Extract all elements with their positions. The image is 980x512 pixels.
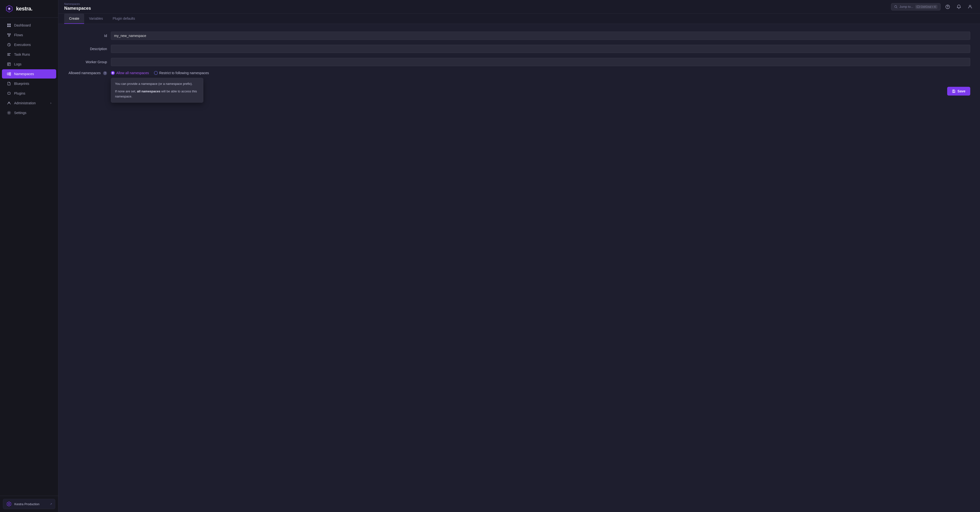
svg-marker-17	[8, 503, 10, 505]
flows-icon	[7, 33, 11, 37]
header-left: Namespaces Namespaces	[64, 2, 91, 11]
svg-rect-11	[7, 73, 9, 75]
search-icon	[894, 5, 897, 8]
page-title: Namespaces	[64, 6, 91, 11]
description-input[interactable]	[111, 45, 970, 53]
tab-create[interactable]: Create	[64, 14, 84, 24]
sidebar-item-blueprints[interactable]: Blueprints	[2, 79, 56, 88]
keyboard-icon	[917, 5, 920, 8]
sidebar-item-executions[interactable]: Executions	[2, 40, 56, 49]
allowed-namespaces-label: Allowed namespaces ?	[68, 71, 107, 75]
svg-rect-23	[953, 90, 954, 91]
tenant-logo-icon	[6, 501, 12, 507]
sidebar-item-task-runs[interactable]: Task Runs	[2, 50, 56, 59]
svg-point-2	[8, 8, 10, 10]
help-circle-icon	[945, 5, 950, 9]
form-area: Id Description Worker Group Allowed name…	[58, 24, 980, 85]
sidebar-item-logs[interactable]: Logs	[2, 60, 56, 69]
dashboard-icon	[7, 23, 11, 27]
executions-label: Executions	[14, 43, 31, 47]
search-bar[interactable]: Jump to... Ctrl/Cmd + K	[891, 3, 940, 10]
plugins-icon	[7, 91, 11, 95]
description-label: Description	[68, 47, 107, 51]
user-button[interactable]	[966, 3, 974, 11]
svg-point-22	[969, 5, 971, 7]
administration-chevron-icon: ›	[50, 102, 51, 105]
tooltip-line2: If none are set, all namespaces will be …	[115, 89, 199, 99]
executions-icon	[7, 43, 11, 47]
tabs-bar: Create Variables Plugin defaults	[58, 14, 980, 24]
sidebar-item-plugins[interactable]: Plugins	[2, 89, 56, 98]
sidebar-item-flows[interactable]: Flows	[2, 30, 56, 40]
tab-plugin-defaults[interactable]: Plugin defaults	[108, 14, 140, 24]
svg-rect-4	[9, 24, 11, 25]
task-runs-label: Task Runs	[14, 52, 30, 56]
search-shortcut: Ctrl/Cmd + K	[915, 5, 937, 9]
administration-icon	[7, 101, 11, 105]
save-icon	[952, 89, 955, 93]
namespaces-icon	[7, 72, 11, 76]
kestra-logo-icon	[5, 5, 14, 13]
radio-allow-all-label: Allow all namespaces	[116, 71, 149, 75]
tab-variables[interactable]: Variables	[84, 14, 108, 24]
radio-restrict-label: Restrict to following namespaces	[159, 71, 209, 75]
sidebar-item-administration[interactable]: Administration ›	[2, 99, 56, 108]
search-placeholder: Jump to...	[899, 5, 913, 8]
breadcrumb: Namespaces	[64, 2, 91, 5]
svg-rect-10	[7, 55, 10, 56]
user-icon	[968, 5, 972, 9]
help-tooltip-icon[interactable]: ?	[103, 71, 107, 75]
sidebar-nav: Dashboard Flows Executions Task Runs Log	[0, 18, 58, 496]
plugins-label: Plugins	[14, 91, 25, 95]
page-header: Namespaces Namespaces Jump to... Ctrl/Cm…	[58, 0, 980, 14]
svg-point-15	[8, 112, 10, 113]
worker-group-label: Worker Group	[68, 60, 107, 64]
sidebar-footer: Kestra Production ↗	[0, 496, 58, 512]
sidebar: kestra. Dashboard Flows Executions Tas	[0, 0, 58, 512]
allowed-namespaces-tooltip: You can provide a namespace (or a namesp…	[111, 78, 203, 103]
description-row: Description	[68, 45, 970, 53]
radio-restrict-indicator	[154, 71, 158, 75]
svg-rect-24	[953, 91, 955, 92]
save-button[interactable]: Save	[947, 87, 970, 95]
sidebar-item-namespaces[interactable]: Namespaces	[2, 69, 56, 78]
help-button[interactable]	[943, 3, 952, 11]
svg-rect-13	[9, 74, 11, 75]
sidebar-item-dashboard[interactable]: Dashboard	[2, 21, 56, 30]
header-right: Jump to... Ctrl/Cmd + K	[891, 3, 974, 11]
logo-area: kestra.	[0, 0, 58, 18]
tenant-arrow-icon: ↗	[50, 502, 52, 506]
id-label: Id	[68, 34, 107, 38]
svg-rect-9	[7, 54, 10, 55]
tooltip-line1: You can provide a namespace (or a namesp…	[115, 81, 199, 87]
id-input[interactable]	[111, 32, 970, 40]
radio-allow-all-indicator	[111, 71, 115, 75]
id-row: Id	[68, 32, 970, 40]
tenant-switcher[interactable]: Kestra Production ↗	[3, 499, 55, 509]
settings-label: Settings	[14, 111, 27, 115]
notifications-button[interactable]	[955, 3, 963, 11]
worker-group-row: Worker Group	[68, 58, 970, 66]
settings-icon	[7, 111, 11, 115]
allowed-namespaces-row: Allowed namespaces ? Allow all namespace…	[68, 71, 970, 75]
radio-restrict[interactable]: Restrict to following namespaces	[154, 71, 209, 75]
svg-rect-5	[7, 25, 9, 27]
svg-point-21	[947, 8, 948, 8]
main-content: Namespaces Namespaces Jump to... Ctrl/Cm…	[58, 0, 980, 512]
radio-group: Allow all namespaces Restrict to followi…	[111, 71, 970, 75]
worker-group-input[interactable]	[111, 58, 970, 66]
svg-rect-12	[9, 72, 11, 74]
flows-label: Flows	[14, 33, 23, 37]
namespaces-label: Namespaces	[14, 72, 34, 76]
radio-allow-all[interactable]: Allow all namespaces	[111, 71, 149, 75]
sidebar-item-settings[interactable]: Settings	[2, 108, 56, 118]
svg-rect-19	[917, 6, 920, 8]
dashboard-label: Dashboard	[14, 23, 31, 27]
administration-label: Administration	[14, 101, 36, 105]
blueprints-label: Blueprints	[14, 82, 29, 86]
svg-rect-3	[7, 24, 9, 25]
logs-icon	[7, 62, 11, 66]
blueprints-icon	[7, 81, 11, 86]
svg-rect-8	[7, 53, 11, 54]
content-area: Create Variables Plugin defaults Id Desc…	[58, 14, 980, 512]
